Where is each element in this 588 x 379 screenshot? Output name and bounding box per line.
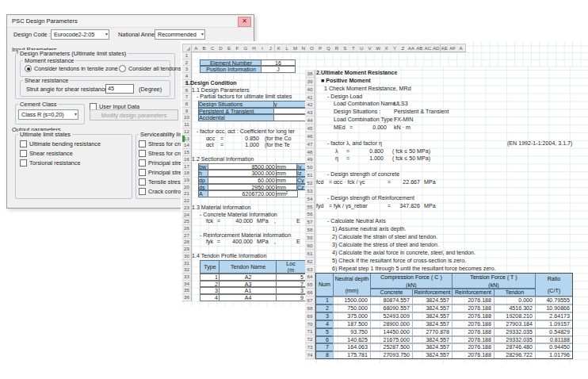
row-header-54[interactable]: 54 (305, 195, 315, 203)
row-header-71[interactable]: 71 (305, 327, 315, 335)
row-header-36[interactable]: 36 (182, 294, 192, 301)
table-cell-r3-c0: 3 (315, 312, 334, 320)
row-header-57[interactable]: 57 (305, 218, 315, 226)
row-header-11[interactable]: 11 (182, 121, 192, 128)
row-header-72[interactable]: 72 (305, 335, 315, 343)
table-cell-r4-c2: 28900.000 (370, 320, 413, 328)
row-header-68[interactable]: 68 (305, 304, 315, 312)
row-header-14[interactable]: 14 (182, 142, 192, 149)
row-header-47[interactable]: 47 (305, 140, 315, 148)
close-icon[interactable]: ✕ (238, 17, 251, 27)
row-header-60[interactable]: 60 (305, 242, 315, 250)
table-cell-r5-c0: 5 (315, 328, 334, 336)
row-header-55[interactable]: 55 (305, 203, 315, 211)
sheet-cell-r14: 1.000 (227, 142, 261, 149)
row-header-12[interactable]: 12 (182, 128, 192, 136)
checkbox-shear-resistance[interactable]: Shear resistance (20, 150, 73, 157)
row-header-21[interactable]: 21 (182, 190, 192, 197)
row-header-9[interactable]: 9 (182, 108, 192, 115)
row-header-2[interactable]: 2 (182, 59, 192, 67)
row-header-62[interactable]: 62 (305, 258, 315, 266)
row-header-40[interactable]: 40 (305, 86, 315, 94)
row-header-45[interactable]: 45 (305, 124, 315, 132)
row-header-63[interactable]: 63 (305, 266, 315, 274)
row-header-30[interactable]: 30 (182, 253, 192, 260)
sheet-cell-r43: Persistent & Transient (394, 109, 449, 117)
cement-class-select[interactable]: Class R (s=0,20)▾ (18, 109, 78, 120)
table-cell-r5-c4: 2076.188 (452, 328, 494, 336)
row-header-25[interactable]: 25 (182, 218, 192, 225)
checkbox-torsional-resistance[interactable]: Torsional resistance (20, 159, 81, 167)
row-header-29[interactable]: 29 (182, 246, 192, 253)
radio-consider-all-tendons[interactable]: Consider all tendons (119, 65, 181, 72)
row-header-73[interactable]: 73 (305, 343, 315, 351)
row-header-58[interactable]: 58 (305, 226, 315, 234)
row-header-8[interactable]: 8 (182, 101, 192, 108)
row-header-19[interactable]: 19 (182, 177, 192, 184)
row-header-18[interactable]: 18 (182, 170, 192, 177)
row-header-24[interactable]: 24 (182, 212, 192, 219)
radio-consider-tendons-tensile[interactable]: Consider tendons in tensile zone (25, 65, 118, 72)
row-header-22[interactable]: 22 (182, 197, 192, 205)
row-header-53[interactable]: 53 (305, 187, 315, 195)
row-header-74[interactable]: 74 (305, 351, 315, 359)
row-header-64[interactable]: 64 (305, 273, 315, 281)
row-header-52[interactable]: 52 (305, 179, 315, 187)
row-header-65[interactable]: 65 (305, 281, 315, 289)
row-header-16[interactable]: 16 (182, 156, 192, 163)
national-annex-select[interactable]: Recommended▾ (155, 29, 205, 40)
row-header-26[interactable]: 26 (182, 225, 192, 232)
row-header-49[interactable]: 49 (305, 155, 315, 163)
row-header-20[interactable]: 20 (182, 184, 192, 191)
strut-angle-input[interactable]: 45 (105, 84, 134, 94)
row-header-66[interactable]: 66 (305, 289, 315, 297)
row-header-42[interactable]: 42 (305, 101, 315, 109)
dialog-titlebar[interactable]: PSC Design Parameters (7, 15, 254, 28)
row-header-35[interactable]: 35 (182, 287, 192, 294)
row-header-32[interactable]: 32 (182, 266, 192, 274)
row-header-28[interactable]: 28 (182, 239, 192, 246)
checkbox-ultimate-bending-resistance[interactable]: Ultimate bending resistance (20, 140, 101, 147)
row-header-27[interactable]: 27 (182, 232, 192, 239)
row-header-23[interactable]: 23 (182, 205, 192, 212)
row-header-17[interactable]: 17 (182, 163, 192, 170)
sheet-cell-r44: Load Combination Type : (334, 117, 396, 124)
row-header-46[interactable]: 46 (305, 132, 315, 140)
table-cell-r6-c2: 21675.000 (370, 336, 413, 344)
row-header-1[interactable]: 1 (182, 52, 192, 59)
design-code-select[interactable]: Eurocode2-2:05▾ (51, 29, 109, 40)
row-header-43[interactable]: 43 (305, 109, 315, 117)
row-header-4[interactable]: 4 (182, 73, 192, 80)
row-header-56[interactable]: 56 (305, 210, 315, 218)
row-header-44[interactable]: 44 (305, 117, 315, 124)
row-header-7[interactable]: 7 (182, 94, 192, 101)
sheet-cell-r8: γ (273, 101, 306, 108)
row-header-69[interactable]: 69 (305, 312, 315, 320)
table-cell-r5-c3: 2770.878 (412, 328, 452, 336)
modify-design-parameters-button[interactable]: Modify design parameters (90, 109, 178, 121)
row-header-70[interactable]: 70 (305, 320, 315, 328)
row-header-38[interactable]: 38 (305, 70, 315, 78)
row-header-51[interactable]: 51 (305, 171, 315, 179)
row-header-61[interactable]: 61 (305, 250, 315, 258)
checkbox-icon (139, 169, 146, 176)
table-cell-r2-c2: 68090.557 (370, 304, 413, 312)
row-header-10[interactable]: 10 (182, 114, 192, 121)
row-header-33[interactable]: 33 (182, 274, 192, 281)
table-cell-r8-c2: 27093.750 (370, 351, 413, 359)
column-header-A-32[interactable]: A (456, 44, 465, 52)
row-header-15[interactable]: 15 (182, 149, 192, 156)
row-header-6[interactable]: 6 (182, 87, 192, 94)
row-header-48[interactable]: 48 (305, 148, 315, 156)
row-header-39[interactable]: 39 (305, 78, 315, 86)
checkbox-crack-control[interactable]: Crack control (139, 188, 182, 195)
row-header-31[interactable]: 31 (182, 260, 192, 267)
row-header-67[interactable]: 67 (305, 297, 315, 304)
sheet-cell-r62: 5) Check if the resultant force of cross… (332, 258, 466, 266)
row-header-59[interactable]: 59 (305, 234, 315, 242)
select-all-corner-icon[interactable] (182, 44, 192, 52)
row-header-50[interactable]: 50 (305, 163, 315, 171)
row-header-34[interactable]: 34 (182, 281, 192, 288)
row-header-3[interactable]: 3 (182, 66, 192, 73)
row-header-41[interactable]: 41 (305, 94, 315, 101)
